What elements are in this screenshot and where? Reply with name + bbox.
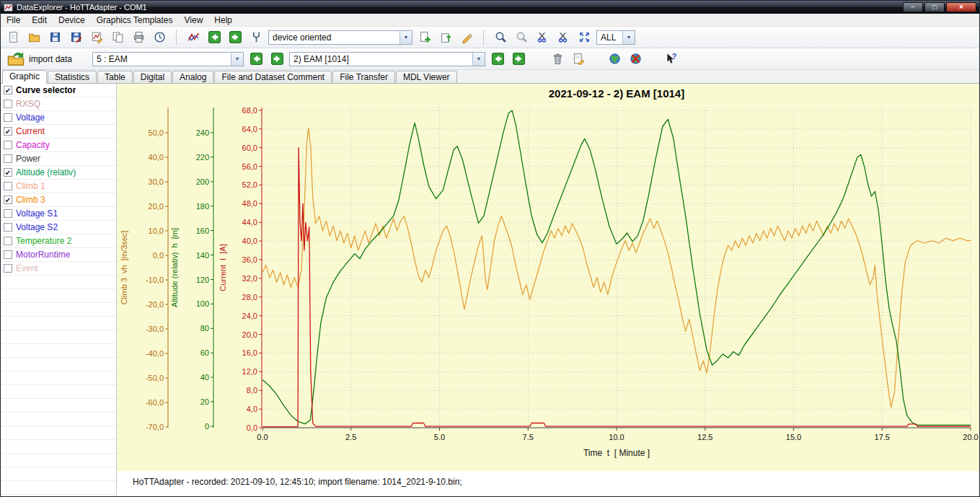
recordset-next-button[interactable] (510, 50, 527, 68)
context-help-button[interactable]: ? (661, 50, 679, 68)
svg-text:Climb 3 vh [m/3sec]: Climb 3 vh [m/3sec] (120, 231, 128, 305)
empty-row (1, 385, 116, 399)
chart-title: 2021-09-12 - 2) EAM [1014] (262, 87, 971, 100)
tab-mdl-viewer[interactable]: MDL Viewer (396, 71, 457, 83)
zoom-off-button[interactable] (513, 29, 530, 46)
time-format-button[interactable] (151, 29, 168, 46)
curve-checkbox-altitude-relativ[interactable]: ✔ (4, 168, 12, 177)
curve-checkbox-rxsq[interactable] (4, 100, 12, 108)
curve-checkbox-climb-3[interactable]: ✔ (4, 195, 12, 204)
google-earth-config-button[interactable] (627, 50, 644, 68)
curve-selector-header-row[interactable]: ✔Curve selector (1, 84, 116, 97)
graphics-forward-button[interactable] (226, 29, 244, 46)
tab-file-and-dataset-comment[interactable]: File and Dataset Comment (214, 71, 332, 83)
curve-row-event[interactable]: Event (1, 262, 116, 276)
menu-help[interactable]: Help (208, 14, 238, 26)
curve-row-rxsq[interactable]: RXSQ (1, 97, 116, 111)
close-button[interactable]: × (946, 2, 976, 12)
recordset-prev-button[interactable] (489, 50, 506, 68)
device-combo[interactable]: 5 : EAM▼ (92, 52, 244, 66)
dropdown-arrow-icon[interactable]: ▼ (622, 31, 635, 44)
toolbar-data: import data5 : EAM▼2) EAM [1014]▼? (1, 48, 979, 70)
curve-row-motorruntime[interactable]: MotorRuntime (1, 248, 116, 262)
smoothing-button[interactable] (247, 29, 265, 46)
curve-checkbox-current[interactable]: ✔ (4, 127, 12, 136)
svg-text:0,0: 0,0 (153, 251, 164, 260)
tab-analog[interactable]: Analog (172, 71, 213, 83)
template-combo[interactable]: device oriented▼ (268, 30, 412, 45)
curve-checkbox-motorruntime[interactable] (4, 250, 12, 259)
curve-checkbox-voltage-s2[interactable] (4, 223, 12, 232)
curve-checkbox-voltage-s1[interactable] (4, 209, 12, 218)
curve-selector-checkbox[interactable]: ✔ (4, 86, 12, 94)
curve-row-power[interactable]: Power (1, 152, 116, 166)
curve-checkbox-climb-1[interactable] (4, 182, 12, 190)
edit-comment-button[interactable] (570, 50, 587, 68)
curve-row-voltage-s1[interactable]: Voltage S1 (1, 207, 116, 221)
curve-row-climb-3[interactable]: ✔Climb 3 (1, 193, 116, 207)
minimize-button[interactable]: − (903, 2, 923, 12)
record-comment: HoTTAdapter - recorded: 2021-09-10, 12:4… (133, 477, 462, 487)
maximize-button[interactable]: □ (924, 2, 945, 12)
device-prev-button[interactable] (247, 50, 265, 68)
print-button[interactable] (130, 29, 147, 46)
recordset-combo[interactable]: 2) EAM [1014]▼ (289, 52, 485, 66)
import-data-button[interactable]: import data (4, 49, 75, 69)
edit-graphics-template-button[interactable] (88, 29, 105, 46)
arrow-right-icon (271, 53, 283, 65)
curve-label-rxsq: RXSQ (16, 99, 40, 109)
graphics-back-button[interactable] (206, 29, 223, 46)
menu-graphics-templates[interactable]: Graphics Templates (91, 14, 179, 26)
cut-right-button[interactable] (555, 29, 572, 46)
curve-checkbox-temperature-2[interactable] (4, 237, 12, 245)
curve-row-current[interactable]: ✔Current (1, 125, 116, 138)
curve-checkbox-capacity[interactable] (4, 141, 12, 149)
menu-view[interactable]: View (179, 14, 209, 26)
measurement-combo[interactable]: ALL▼ (596, 30, 635, 45)
google-earth-export-button[interactable] (606, 50, 623, 68)
curve-label-current: Current (16, 126, 45, 136)
menu-edit[interactable]: Edit (26, 14, 53, 26)
template-add-button[interactable] (416, 29, 433, 46)
tab-digital[interactable]: Digital (133, 71, 172, 83)
add-page-icon (419, 31, 431, 43)
curve-row-voltage[interactable]: Voltage (1, 111, 116, 125)
template-edit-button[interactable] (458, 29, 475, 46)
cut-left-button[interactable] (534, 29, 551, 46)
curve-selector-toggle-button[interactable] (185, 29, 202, 46)
curve-row-altitude-relativ[interactable]: ✔Altitude (relativ) (1, 166, 116, 180)
menu-device[interactable]: Device (53, 14, 91, 26)
dropdown-arrow-icon[interactable]: ▼ (472, 53, 485, 66)
zoom-window-button[interactable] (492, 29, 509, 46)
svg-text:200: 200 (196, 177, 209, 186)
dropdown-arrow-icon[interactable]: ▼ (399, 31, 412, 44)
menu-file[interactable]: File (1, 14, 26, 26)
new-file-button[interactable] (4, 29, 22, 46)
curve-row-climb-1[interactable]: Climb 1 (1, 180, 116, 193)
curve-checkbox-event[interactable] (4, 264, 12, 273)
fit-into-window-button[interactable] (575, 29, 593, 46)
tab-table[interactable]: Table (97, 71, 133, 83)
delete-recordset-button[interactable] (549, 50, 566, 68)
empty-row (1, 495, 116, 496)
window-title: DataExplorer - HoTTAdapter - COM1 (17, 3, 147, 12)
curve-checkbox-power[interactable] (4, 154, 12, 163)
tab-file-transfer[interactable]: File Transfer (332, 71, 395, 83)
curve-checkbox-voltage[interactable] (4, 113, 12, 122)
tab-graphic[interactable]: Graphic (2, 70, 47, 84)
svg-text:-30,0: -30,0 (146, 325, 164, 333)
curve-row-capacity[interactable]: Capacity (1, 138, 116, 152)
tab-statistics[interactable]: Statistics (48, 71, 97, 83)
save-file-as-button[interactable] (67, 29, 84, 46)
chart-canvas[interactable]: 0.02.55.07.510.012.515.017.520.0Time t [… (117, 84, 979, 471)
save-file-button[interactable] (46, 29, 63, 46)
copy-view-button[interactable] (109, 29, 126, 46)
empty-row (1, 413, 116, 426)
template-export-button[interactable] (437, 29, 454, 46)
dropdown-arrow-icon[interactable]: ▼ (231, 53, 243, 66)
arrow-right-icon (513, 53, 525, 65)
curve-row-voltage-s2[interactable]: Voltage S2 (1, 221, 116, 234)
open-file-button[interactable] (25, 29, 43, 46)
curve-row-temperature-2[interactable]: Temperature 2 (1, 234, 116, 248)
device-next-button[interactable] (268, 50, 286, 68)
